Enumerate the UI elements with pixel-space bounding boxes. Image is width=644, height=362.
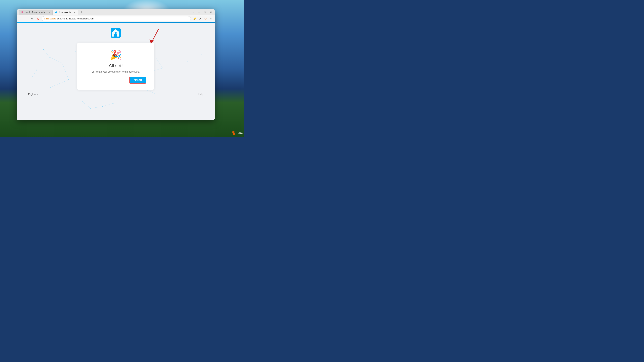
maximize-button[interactable]: □ <box>202 9 208 15</box>
tab-dropdown-button[interactable]: ⌄ <box>191 10 196 15</box>
nav-actions: 🔑 ↗ 🛡 ≡ <box>192 16 213 21</box>
svg-point-7 <box>32 76 33 77</box>
svg-line-37 <box>151 29 158 43</box>
svg-point-32 <box>188 61 188 62</box>
svg-line-9 <box>37 57 50 70</box>
svg-line-11 <box>62 63 69 80</box>
tab-proxmox[interactable]: ✕ ayush - Proxmox Virtual Environme... ✕ <box>19 10 53 15</box>
proxmox-tab-close[interactable]: ✕ <box>48 11 50 13</box>
close-button[interactable]: ✕ <box>208 9 214 15</box>
language-selector[interactable]: English ▼ <box>27 92 40 96</box>
security-text: Not secure <box>46 17 56 20</box>
svg-point-3 <box>36 69 37 70</box>
xda-logo-icon <box>232 131 237 135</box>
language-dropdown-icon: ▼ <box>37 93 38 95</box>
svg-marker-38 <box>149 39 154 43</box>
xda-watermark: XDA <box>232 131 243 135</box>
svg-rect-39 <box>232 131 234 133</box>
ha-tab-title: Home Assistant <box>58 11 72 13</box>
warning-icon: ⚠ <box>44 17 46 20</box>
svg-point-1 <box>43 49 44 50</box>
svg-line-28 <box>90 107 102 108</box>
address-text: 192.168.29.212:8123/onboarding.html <box>57 17 189 20</box>
svg-point-34 <box>75 51 76 52</box>
window-controls: ─ □ ✕ <box>196 9 214 15</box>
svg-point-5 <box>68 79 69 80</box>
proxmox-tab-title: ayush - Proxmox Virtual Environme... <box>25 11 47 13</box>
share-button[interactable]: ↗ <box>198 16 202 21</box>
red-arrow-annotation <box>144 27 165 49</box>
celebration-emoji: 🎉 <box>86 49 146 60</box>
tabs-bar: ✕ ayush - Proxmox Virtual Environme... ✕… <box>18 10 191 15</box>
browser-window: ✕ ayush - Proxmox Virtual Environme... ✕… <box>17 9 215 120</box>
all-set-title: All set! <box>86 63 146 68</box>
svg-point-0 <box>56 12 56 12</box>
svg-point-6 <box>50 87 51 88</box>
ha-tab-close[interactable]: ✕ <box>74 11 76 13</box>
language-text: English <box>28 93 36 95</box>
ha-tab-favicon <box>55 11 58 13</box>
password-icon[interactable]: 🔑 <box>192 16 197 21</box>
minimize-button[interactable]: ─ <box>196 9 202 15</box>
menu-button[interactable]: ≡ <box>208 16 213 21</box>
proxmox-favicon: ✕ <box>21 11 24 13</box>
security-indicator: ⚠ Not secure <box>44 17 56 20</box>
svg-line-19 <box>156 58 163 68</box>
svg-point-26 <box>113 103 114 104</box>
bottom-bar: English ▼ Help <box>17 90 215 98</box>
new-tab-button[interactable]: + <box>79 10 84 14</box>
main-card: 🎉 All set! Let's start your private smar… <box>77 42 154 90</box>
subtitle-text: Let's start your private smart home adve… <box>86 70 146 73</box>
svg-line-8 <box>44 50 50 57</box>
xda-text: XDA <box>238 132 243 134</box>
svg-line-12 <box>50 80 69 87</box>
svg-point-4 <box>62 63 62 63</box>
svg-line-13 <box>33 70 37 76</box>
svg-point-30 <box>192 48 193 48</box>
svg-line-29 <box>102 103 113 107</box>
svg-point-31 <box>201 54 202 55</box>
ha-logo <box>111 28 121 38</box>
navigation-bar: ‹ › ↻ 🔖 ⚠ Not secure 192.168.29.212:8123… <box>17 15 215 22</box>
address-bar[interactable]: ⚠ Not secure 192.168.29.212:8123/onboard… <box>42 16 191 21</box>
svg-point-25 <box>102 106 103 107</box>
svg-point-24 <box>90 108 91 109</box>
svg-line-10 <box>50 57 62 63</box>
svg-point-2 <box>49 57 50 57</box>
svg-rect-40 <box>233 133 235 135</box>
svg-point-15 <box>162 68 163 68</box>
svg-point-14 <box>156 58 156 58</box>
page-content: 🎉 All set! Let's start your private smar… <box>17 23 215 120</box>
bookmark-button[interactable]: 🔖 <box>35 16 40 21</box>
brave-shield-button[interactable]: 🛡 <box>203 16 208 21</box>
svg-point-36 <box>115 32 116 34</box>
svg-point-23 <box>82 101 82 102</box>
back-button[interactable]: ‹ <box>18 16 23 21</box>
tab-home-assistant[interactable]: Home Assistant ✕ <box>53 10 78 15</box>
svg-line-27 <box>82 102 90 108</box>
ha-logo-container <box>111 28 121 38</box>
finish-btn-container: FINISH <box>86 77 146 83</box>
finish-button[interactable]: FINISH <box>130 77 146 83</box>
forward-button[interactable]: › <box>24 16 29 21</box>
help-link[interactable]: Help <box>197 92 204 96</box>
title-bar: ✕ ayush - Proxmox Virtual Environme... ✕… <box>17 9 215 15</box>
reload-button[interactable]: ↻ <box>30 16 34 21</box>
